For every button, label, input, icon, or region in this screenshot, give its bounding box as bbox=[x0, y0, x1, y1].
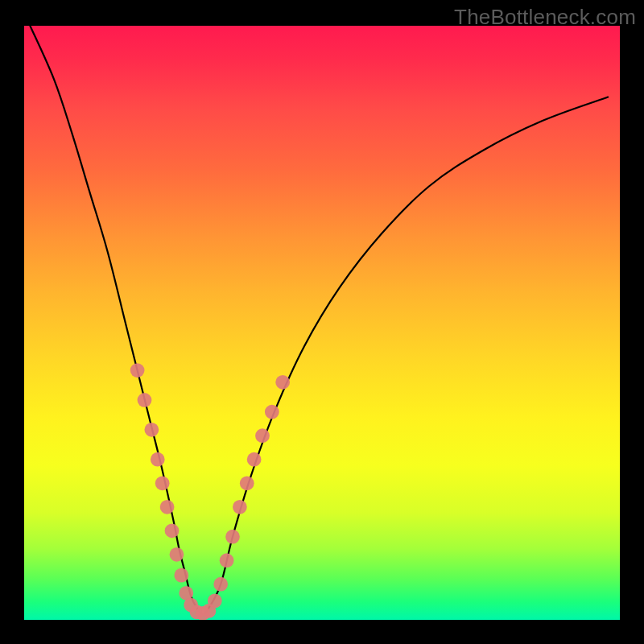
curve-marker bbox=[255, 428, 270, 443]
curve-marker bbox=[247, 452, 262, 467]
curve-marker bbox=[208, 594, 222, 609]
curve-marker bbox=[220, 553, 234, 568]
curve-marker bbox=[165, 523, 180, 538]
marker-group bbox=[130, 363, 290, 620]
curve-marker bbox=[240, 476, 254, 490]
curve-marker bbox=[155, 476, 170, 490]
curve-marker bbox=[130, 363, 145, 378]
curve-marker bbox=[160, 500, 175, 514]
curve-marker bbox=[174, 568, 188, 583]
curve-marker bbox=[144, 423, 159, 437]
curve-marker bbox=[138, 393, 152, 407]
bottleneck-curve-path bbox=[30, 26, 608, 614]
curve-marker bbox=[225, 530, 240, 544]
curve-marker bbox=[265, 405, 279, 419]
chart-frame: TheBottleneck.com bbox=[0, 0, 644, 644]
curve-marker bbox=[151, 452, 165, 467]
plot-area bbox=[24, 26, 620, 620]
curve-marker bbox=[275, 375, 290, 390]
curve-marker bbox=[233, 500, 247, 514]
curve-marker bbox=[170, 547, 184, 562]
curve-marker bbox=[213, 577, 228, 592]
curve-svg bbox=[24, 26, 620, 620]
